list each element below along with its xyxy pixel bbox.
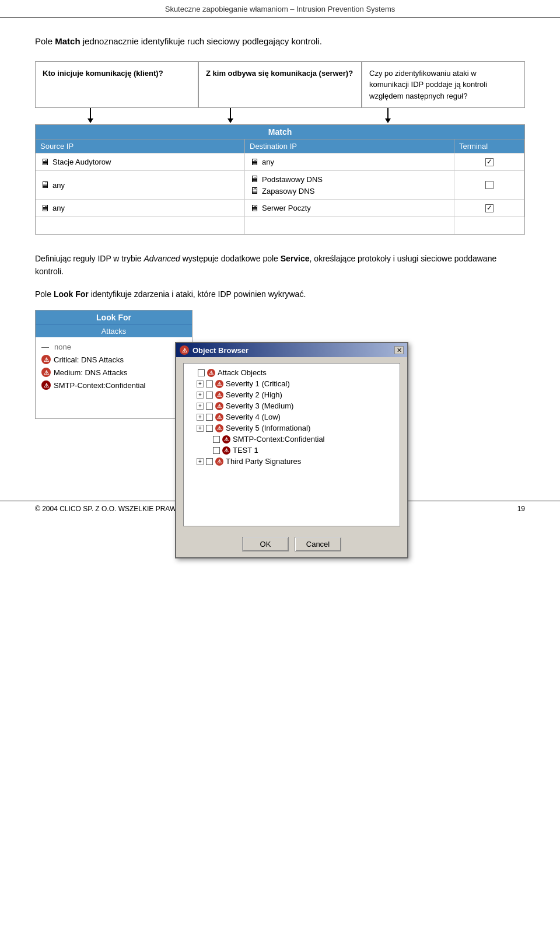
terminal-checkbox-2 <box>485 181 494 189</box>
tree-expand-icon[interactable]: + <box>197 392 204 399</box>
match-table-grid: Source IP Destination IP Terminal 🖥 Stac… <box>36 139 524 234</box>
tree-checkbox[interactable] <box>206 458 213 465</box>
s3-pre: Pole <box>35 289 54 299</box>
tree-checkbox[interactable] <box>206 380 213 387</box>
dialog-tree: ⚠ Attack Objects + ⚠ Severity 1 (Critica… <box>183 363 400 526</box>
footer-page-number: 19 <box>517 505 525 513</box>
tree-expand-icon[interactable]: + <box>197 414 204 421</box>
dialog-window: ⚠ Object Browser ✕ ⚠ Attack Objects <box>175 342 408 558</box>
intro-pre: Pole <box>35 36 55 46</box>
arrow-1 <box>88 108 93 123</box>
tree-checkbox[interactable] <box>213 447 220 454</box>
lookfor-content: — none ⚠ Critical: DNS Attacks ⚠ Medium:… <box>36 337 192 418</box>
list-item: ⚠ SMTP-Context:Confidential <box>40 379 187 392</box>
terminal-checkbox-1 <box>485 158 494 166</box>
tree-expand-icon[interactable]: + <box>197 425 204 432</box>
table-row-empty <box>245 216 454 234</box>
item-none-label: none <box>54 343 71 351</box>
row3-source: any <box>52 204 65 212</box>
tree-item-severity1: + ⚠ Severity 1 (Critical) <box>187 378 396 389</box>
tree-attack-icon: ⚠ <box>222 435 230 443</box>
row2-dest-2: 🖥 Zapasowy DNS <box>250 186 314 196</box>
tree-item-severity3: + ⚠ Severity 3 (Medium) <box>187 400 396 411</box>
tree-item-label: Severity 2 (High) <box>226 390 282 399</box>
dialog-close-button[interactable]: ✕ <box>394 346 404 354</box>
table-row: 🖥 Stacje Audytorow <box>36 153 245 170</box>
list-item: ⚠ Critical: DNS Attacks <box>40 353 187 366</box>
pc-icon-4: 🖥 <box>250 174 259 184</box>
dialog-title-area: ⚠ Object Browser <box>180 345 249 355</box>
box1-label: Kto inicjuje komunikację (klient)? <box>43 69 163 78</box>
ok-button[interactable]: OK <box>242 537 289 551</box>
tree-checkbox[interactable] <box>213 436 220 443</box>
tree-expand-icon[interactable]: + <box>197 458 204 465</box>
diagram-section: Kto inicjuje komunikację (klient)? Z kim… <box>35 61 525 235</box>
tree-item-label: TEST 1 <box>233 446 258 455</box>
table-row: 🖥 Serwer Poczty <box>245 199 454 216</box>
pc-icon-3: 🖥 <box>40 180 50 190</box>
header-title: Skuteczne zapobieganie włamaniom – Intru… <box>165 5 396 13</box>
dialog-buttons: OK Cancel <box>176 532 407 557</box>
lookfor-spacer <box>40 403 187 415</box>
tree-attack-icon: ⚠ <box>215 424 223 432</box>
tree-item-label: SMTP-Context:Confidential <box>233 435 325 443</box>
list-item: — none <box>40 341 187 353</box>
tree-item-label: Attack Objects <box>218 368 267 377</box>
section3-text: Pole Look For identyfikuje zdarzenia i a… <box>35 288 525 301</box>
table-row: 🖥 any <box>36 170 245 199</box>
tree-item-label: Third Party Signatures <box>226 457 301 466</box>
arrow-boxes: Kto inicjuje komunikację (klient)? Z kim… <box>35 61 525 109</box>
s2-pre: Definiując reguły IDP w trybie <box>35 254 144 263</box>
section2-text: Definiując reguły IDP w trybie Advanced … <box>35 252 525 278</box>
s2-mid: występuje dodatkowe pole <box>180 254 281 263</box>
lookfor-header: Look For <box>36 310 192 324</box>
row2-dest-1: 🖥 Podstawowy DNS <box>250 174 323 184</box>
dialog-app-icon: ⚠ <box>180 345 189 355</box>
table-row <box>454 199 524 216</box>
lookfor-area: Look For Attacks — none ⚠ Critical: DNS … <box>35 310 525 419</box>
intro-paragraph: Pole Match jednoznacznie identyfikuje ru… <box>35 35 525 48</box>
s2-bold: Service <box>281 254 310 263</box>
tree-attack-icon: ⚠ <box>222 446 230 455</box>
row1-dest: any <box>262 158 274 166</box>
tree-item-label: Severity 3 (Medium) <box>226 401 293 410</box>
arrow-connectors <box>41 108 519 124</box>
attack-icon-3: ⚠ <box>41 380 51 390</box>
tree-checkbox[interactable] <box>206 392 213 399</box>
lookfor-subheader: Attacks <box>36 324 192 337</box>
match-table: Match Source IP Destination IP Terminal … <box>35 124 525 235</box>
tree-item-severity2: + ⚠ Severity 2 (High) <box>187 389 396 400</box>
tree-item-smtp: ⚠ SMTP-Context:Confidential <box>187 434 396 445</box>
tree-item-attack-objects: ⚠ Attack Objects <box>187 367 396 378</box>
arrow-box-2: Z kim odbywa się komunikacja (serwer)? <box>198 61 362 109</box>
tree-attack-icon: ⚠ <box>207 369 215 377</box>
col-header-terminal: Terminal <box>454 139 524 153</box>
dialog-titlebar: ⚠ Object Browser ✕ <box>176 343 407 357</box>
tree-checkbox[interactable] <box>206 403 213 410</box>
tree-item-label: Severity 4 (Low) <box>226 413 281 421</box>
tree-expand-icon[interactable]: + <box>197 403 204 410</box>
pc-icon-5: 🖥 <box>250 186 259 196</box>
item-medium-label: Medium: DNS Attacks <box>54 368 127 377</box>
arrow-box-3: Czy po zidentyfikowaniu ataki w komunika… <box>362 61 525 109</box>
match-table-title: Match <box>36 125 524 139</box>
tree-checkbox[interactable] <box>198 369 205 376</box>
tree-checkbox[interactable] <box>206 414 213 421</box>
tree-expand-icon[interactable]: + <box>197 380 204 387</box>
cancel-button[interactable]: Cancel <box>295 537 341 551</box>
arrow-2 <box>228 108 233 123</box>
pc-icon-1: 🖥 <box>40 157 50 167</box>
tree-item-label: Severity 1 (Critical) <box>226 379 290 388</box>
attack-icon-2: ⚠ <box>41 368 51 377</box>
tree-checkbox[interactable] <box>206 425 213 432</box>
item-critical-label: Critical: DNS Attacks <box>54 355 124 364</box>
table-row: 🖥 any <box>245 153 454 170</box>
table-row <box>454 170 524 199</box>
lookfor-spacer <box>40 392 187 403</box>
table-row-empty <box>454 216 524 234</box>
row1-source: Stacje Audytorow <box>52 158 111 166</box>
table-row <box>454 153 524 170</box>
list-item: ⚠ Medium: DNS Attacks <box>40 366 187 379</box>
lookfor-panel: Look For Attacks — none ⚠ Critical: DNS … <box>35 310 192 419</box>
object-browser-dialog: ⚠ Object Browser ✕ ⚠ Attack Objects <box>175 342 408 558</box>
